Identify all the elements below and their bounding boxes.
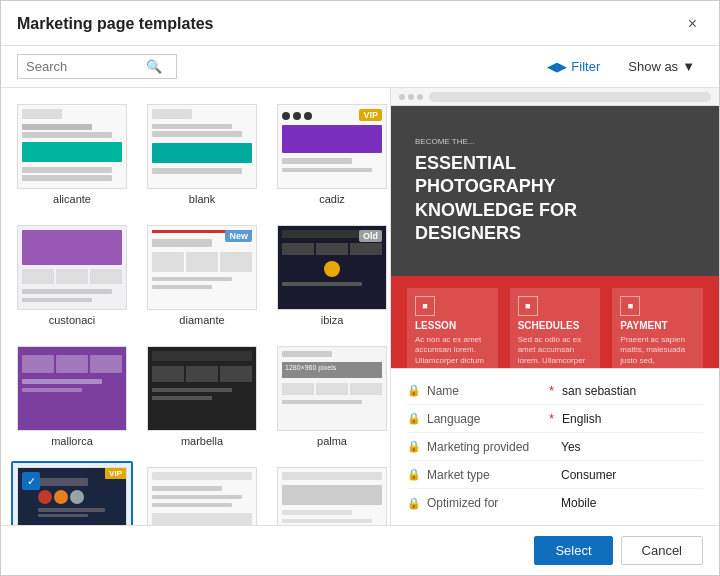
template-name: ibiza (321, 314, 344, 326)
cancel-button[interactable]: Cancel (621, 536, 703, 565)
preview-card-lesson: ■ LESSON Ac non ac ex amet accumsan lore… (407, 288, 498, 368)
template-thumb-alicante (17, 104, 127, 189)
template-thumb-custonaci (17, 225, 127, 310)
prop-value-language: English (562, 412, 703, 426)
lock-icon-name: 🔒 (407, 384, 419, 397)
template-thumb-diamante: New (147, 225, 257, 310)
prop-row-market-type: 🔒 Market type Consumer (407, 461, 703, 489)
chevron-down-icon: ▼ (682, 59, 695, 74)
prop-label-name: Name (427, 384, 547, 398)
template-thumb-blank (147, 104, 257, 189)
template-item[interactable]: marbella (141, 340, 263, 453)
template-item[interactable]: 1280×960 pixels palma (271, 340, 391, 453)
template-name: marbella (181, 435, 223, 447)
properties-panel: 🔒 Name * san sebastian 🔒 Language * Engl… (391, 368, 719, 525)
show-as-button[interactable]: Show as ▼ (620, 55, 703, 78)
dialog-body: alicante blank (1, 88, 719, 525)
required-mark: * (549, 411, 554, 426)
prop-value-marketing: Yes (561, 440, 703, 454)
preview-hero-text: ESSENTIAL PHOTOGRAPHY KNOWLEDGE FOR DESI… (415, 152, 695, 246)
filter-icon: ◀▶ (547, 59, 567, 74)
preview-image: BECOME THE... ESSENTIAL PHOTOGRAPHY KNOW… (391, 88, 719, 368)
template-thumb-struct1 (277, 467, 387, 525)
template-thumb-marbella (147, 346, 257, 431)
lock-icon-market-type: 🔒 (407, 468, 419, 481)
prop-label-optimized: Optimized for (427, 496, 547, 510)
detail-panel: BECOME THE... ESSENTIAL PHOTOGRAPHY KNOW… (391, 88, 719, 525)
template-item[interactable]: struct-1 (271, 461, 391, 525)
template-item[interactable]: New diamante (141, 219, 263, 332)
lock-icon-marketing: 🔒 (407, 440, 419, 453)
dialog-footer: Select Cancel (1, 525, 719, 575)
prop-row-marketing: 🔒 Marketing provided Yes (407, 433, 703, 461)
preview-card-payment: ■ PAYMENT Praeent ac sapien mattis, male… (612, 288, 703, 368)
search-box: 🔍 (17, 54, 177, 79)
filter-label: Filter (571, 59, 600, 74)
required-mark: * (549, 383, 554, 398)
template-panel: alicante blank (1, 88, 391, 525)
new-badge: New (225, 230, 252, 242)
lesson-icon: ■ (415, 296, 435, 316)
template-name: diamante (179, 314, 224, 326)
lock-icon-language: 🔒 (407, 412, 419, 425)
selected-checkmark: ✓ (22, 472, 40, 490)
template-thumb-mallorca (17, 346, 127, 431)
prop-row-language: 🔒 Language * English (407, 405, 703, 433)
template-item[interactable]: sitges (141, 461, 263, 525)
template-item[interactable]: Old ibiza (271, 219, 391, 332)
template-name: palma (317, 435, 347, 447)
search-input[interactable] (26, 59, 146, 74)
preview-card-schedules: ■ SCHEDULES Sed ac odio ac ex amet accum… (510, 288, 601, 368)
template-item[interactable]: custonaci (11, 219, 133, 332)
dialog-title: Marketing page templates (17, 15, 214, 33)
template-item[interactable]: mallorca (11, 340, 133, 453)
template-thumb-ibiza: Old (277, 225, 387, 310)
preview-hero: BECOME THE... ESSENTIAL PHOTOGRAPHY KNOW… (391, 106, 719, 276)
payment-icon: ■ (620, 296, 640, 316)
template-thumb-palma: 1280×960 pixels (277, 346, 387, 431)
prop-row-name: 🔒 Name * san sebastian (407, 377, 703, 405)
prop-value-optimized: Mobile (561, 496, 703, 510)
show-as-label: Show as (628, 59, 678, 74)
select-button[interactable]: Select (534, 536, 612, 565)
filter-button[interactable]: ◀▶ Filter (539, 55, 608, 78)
prop-label-language: Language (427, 412, 547, 426)
template-item[interactable]: blank (141, 98, 263, 211)
dialog-header: Marketing page templates × (1, 1, 719, 46)
prop-value-market-type: Consumer (561, 468, 703, 482)
template-thumb-cadiz: VIP (277, 104, 387, 189)
prop-label-market-type: Market type (427, 468, 547, 482)
schedules-icon: ■ (518, 296, 538, 316)
template-name: alicante (53, 193, 91, 205)
template-thumb-san-sebastian: ✓ VIP 🔍 (17, 467, 127, 525)
template-thumb-sitges (147, 467, 257, 525)
template-item[interactable]: VIP cadiz (271, 98, 391, 211)
prop-row-optimized: 🔒 Optimized for Mobile (407, 489, 703, 517)
template-name: blank (189, 193, 215, 205)
preview-pink-section: ■ LESSON Ac non ac ex amet accumsan lore… (391, 276, 719, 368)
vip-badge: VIP (105, 468, 126, 479)
preview-area: BECOME THE... ESSENTIAL PHOTOGRAPHY KNOW… (391, 88, 719, 368)
template-name: cadiz (319, 193, 345, 205)
template-item-san-sebastian[interactable]: ✓ VIP 🔍 (11, 461, 133, 525)
search-icon: 🔍 (146, 59, 162, 74)
close-button[interactable]: × (682, 13, 703, 35)
template-name: mallorca (51, 435, 93, 447)
old-badge: Old (359, 230, 382, 242)
template-grid: alicante blank (11, 98, 380, 525)
marketing-templates-dialog: Marketing page templates × 🔍 ◀▶ Filter S… (0, 0, 720, 576)
toolbar-right: ◀▶ Filter Show as ▼ (539, 55, 703, 78)
vip-badge: VIP (359, 109, 382, 121)
template-item[interactable]: alicante (11, 98, 133, 211)
lock-icon-optimized: 🔒 (407, 497, 419, 510)
prop-label-marketing: Marketing provided (427, 440, 547, 454)
template-name: custonaci (49, 314, 95, 326)
dialog-toolbar: 🔍 ◀▶ Filter Show as ▼ (1, 46, 719, 88)
preview-small-text: BECOME THE... (415, 137, 695, 146)
prop-value-name: san sebastian (562, 384, 703, 398)
